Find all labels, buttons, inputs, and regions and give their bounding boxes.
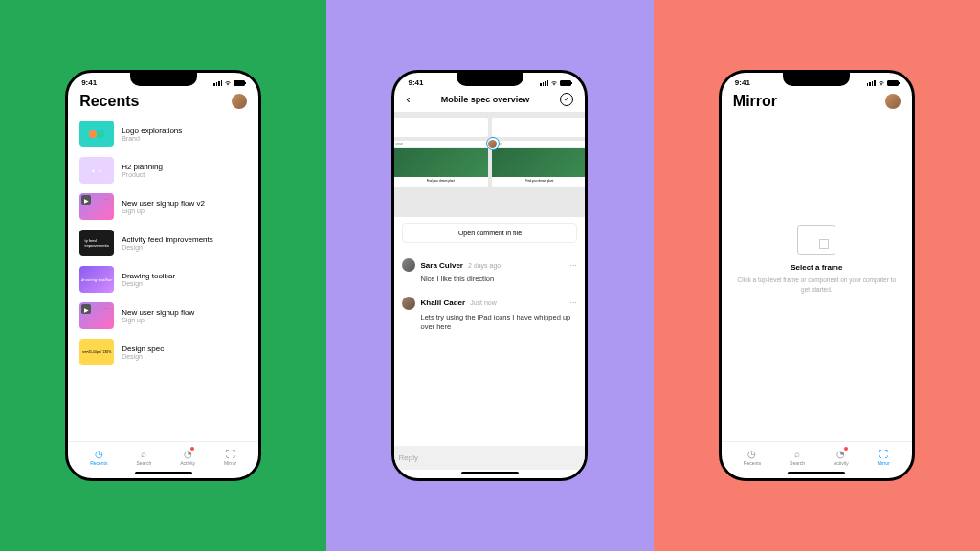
canvas-frame [492,118,586,137]
phone-frame-mirror: 9:41 Mirror Select a frame Click a top-l… [719,70,915,481]
home-indicator [461,472,519,474]
wifi-icon [224,79,232,87]
battery-icon [234,80,245,86]
nav-recents[interactable]: ◷Recents [90,448,107,466]
clock-icon: ◷ [746,448,758,459]
file-subtitle: Sign up [122,317,247,323]
more-icon[interactable]: ⋯ [569,261,577,270]
comment-avatar [402,297,415,310]
nav-label: Mirror [224,460,236,466]
file-subtitle: Design [122,353,247,360]
nav-recents[interactable]: ◷Recents [744,448,761,466]
mock-caption: Find your dream plant [394,177,488,187]
comment-author: Khalil Cader [420,298,465,307]
nav-search[interactable]: ⌕Search [790,448,805,466]
status-indicators [540,79,571,87]
file-title: H2 planning [122,163,247,171]
signal-icon [213,80,222,86]
notch [130,73,197,86]
file-row[interactable]: ▶⋯ New user signup flowSign up [76,298,251,334]
header: ‹ Mobile spec overview ✓ [394,89,585,112]
comment: Sara Culver 2 days ago ⋯ Nice I like thi… [402,253,577,291]
empty-subtitle: Click a top-level frame or component on … [737,276,897,293]
more-icon: ⋯ [103,305,110,313]
comment-body: Lets try using the iPad icons I have whi… [402,313,577,333]
mirror-icon: ⛶ [225,448,236,459]
nav-mirror[interactable]: ⛶Mirror [224,448,236,466]
nav-mirror[interactable]: ⛶Mirror [878,448,890,466]
nav-activity[interactable]: ◔Activity [180,448,195,466]
nav-search[interactable]: ⌕Search [136,448,151,466]
nav-bar: ◷Recents ⌕Search ◔Activity ⛶Mirror [68,441,258,470]
search-icon: ⌕ [138,448,149,459]
file-row[interactable]: ▶⋯ New user signup flow v2Sign up [76,188,251,225]
page-title: Recents [79,93,139,110]
comment-time: Just now [470,299,497,306]
file-subtitle: Sign up [122,208,247,214]
nav-label: Search [136,460,151,466]
avatar[interactable] [232,94,247,109]
nav-activity[interactable]: ◔Activity [834,448,849,466]
file-thumbnail: ▶⋯ [79,302,114,329]
open-comment-button[interactable]: Open comment in file [402,223,577,243]
file-row[interactable]: ✦ ✦ H2 planningProduct [76,152,251,188]
bell-icon: ◔ [182,448,193,459]
notch [457,73,523,86]
more-icon[interactable]: ⋯ [569,298,577,307]
nav-label: Activity [834,460,849,466]
file-row[interactable]: ty feedimprovements Activity feed improv… [76,225,251,261]
file-title: Drawing toolbar [122,272,247,280]
file-title: Activity feed improvements [122,235,247,244]
comments-list: Sara Culver 2 days ago ⋯ Nice I like thi… [394,249,585,342]
frame-placeholder-icon [797,225,835,255]
canvas-mock: unfurl Find your dream plant [492,141,586,187]
nav-bar: ◷Recents ⌕Search ◔Activity ⛶Mirror [722,441,912,470]
file-thumbnail: drawing toolbar [79,266,114,293]
file-row[interactable]: sm•45,44px / 130% Design specDesign [76,334,251,370]
comment: Khalil Cader Just now ⋯ Lets try using t… [402,291,577,339]
file-thumbnail: sm•45,44px / 130% [79,339,114,365]
canvas-preview[interactable]: unfurl Find your dream plant unfurl Find… [394,112,585,217]
signal-icon [540,80,548,86]
nav-label: Recents [744,460,761,466]
bell-icon: ◔ [835,448,847,459]
file-thumbnail: ty feedimprovements [79,230,114,256]
phone-frame-spec: 9:41 ‹ Mobile spec overview ✓ unf [391,70,588,481]
panel-recents: 9:41 Recents Logo explorationsBrand ✦ ✦ … [0,0,326,551]
panel-mirror: 9:41 Mirror Select a frame Click a top-l… [654,0,980,551]
file-subtitle: Product [122,171,247,178]
file-list: Logo explorationsBrand ✦ ✦ H2 planningPr… [68,116,258,441]
comment-author: Sara Culver [420,261,462,270]
home-indicator [788,472,845,474]
file-thumbnail: ✦ ✦ [79,157,114,184]
header: Recents [68,89,258,116]
nav-label: Activity [180,460,195,466]
notch [783,73,850,86]
search-icon: ⌕ [791,448,803,459]
phone-frame-recents: 9:41 Recents Logo explorationsBrand ✦ ✦ … [65,70,261,481]
comment-time: 2 days ago [468,262,501,269]
home-indicator [135,472,192,474]
comment-body: Nice I like this direction [402,275,577,285]
canvas-mock: unfurl Find your dream plant [394,141,488,187]
empty-title: Select a frame [791,263,842,272]
reply-input[interactable]: Reply [394,446,585,470]
file-subtitle: Design [122,244,247,251]
nav-label: Recents [90,460,107,466]
file-title: Design spec [122,344,247,353]
file-thumbnail: ▶⋯ [79,193,114,220]
file-title: New user signup flow [122,308,247,317]
file-title: New user signup flow v2 [122,199,247,208]
file-row[interactable]: Logo explorationsBrand [76,116,251,152]
wifi-icon [550,79,558,87]
resolve-icon[interactable]: ✓ [560,93,573,106]
status-time: 9:41 [81,78,97,87]
status-time: 9:41 [408,78,423,87]
multiplayer-cursor-icon [486,137,500,150]
mock-caption: Find your dream plant [492,177,586,187]
nav-label: Mirror [878,460,890,466]
play-icon: ▶ [81,195,91,205]
file-row[interactable]: drawing toolbar Drawing toolbarDesign [76,261,251,298]
nav-label: Search [790,460,805,466]
file-thumbnail [79,121,114,147]
